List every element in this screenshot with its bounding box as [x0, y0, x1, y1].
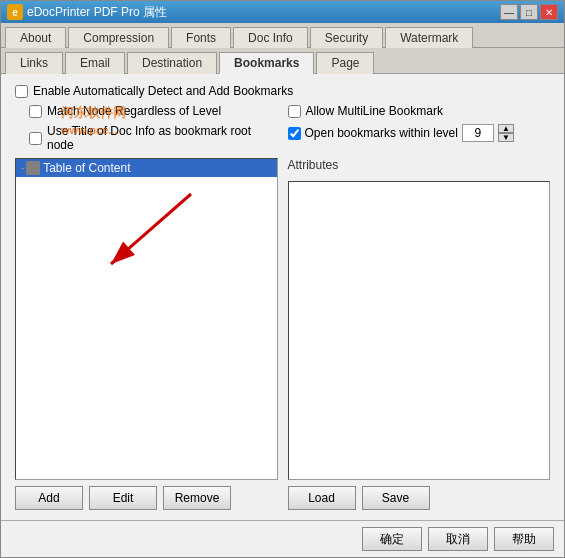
content-area: 河东软件网www.pce... Enable Automatically Det…: [1, 74, 564, 520]
use-title-row: Use Title of Doc Info as bookmark root n…: [29, 124, 278, 152]
tab-page[interactable]: Page: [316, 52, 374, 74]
tab-bookmarks[interactable]: Bookmarks: [219, 52, 314, 74]
tab-row-1: About Compression Fonts Doc Info Securit…: [1, 23, 564, 48]
spinner-up[interactable]: ▲: [498, 124, 514, 133]
add-button[interactable]: Add: [15, 486, 83, 510]
load-button[interactable]: Load: [288, 486, 356, 510]
attributes-box: [288, 181, 551, 480]
main-window: e eDocPrinter PDF Pro 属性 — □ ✕ About Com…: [0, 0, 565, 558]
use-title-label: Use Title of Doc Info as bookmark root n…: [47, 124, 278, 152]
left-panel: ···· Table of Content Ad: [15, 158, 278, 510]
right-panel: Attributes Load Save: [288, 158, 551, 510]
help-button[interactable]: 帮助: [494, 527, 554, 551]
bookmark-tree[interactable]: ···· Table of Content: [15, 158, 278, 480]
tab-compression[interactable]: Compression: [68, 27, 169, 48]
app-icon: e: [7, 4, 23, 20]
level-spinner: ▲ ▼: [498, 124, 514, 142]
level-input[interactable]: 9: [462, 124, 494, 142]
bookmark-action-buttons: Add Edit Remove: [15, 486, 278, 510]
enable-auto-checkbox[interactable]: [15, 85, 28, 98]
open-bookmarks-label: Open bookmarks within level: [305, 126, 458, 140]
tab-fonts[interactable]: Fonts: [171, 27, 231, 48]
allow-multiline-label: Allow MultiLine Bookmark: [306, 104, 443, 118]
load-save-buttons: Load Save: [288, 486, 551, 510]
right-options-2: Open bookmarks within level 9 ▲ ▼: [288, 124, 551, 152]
enable-auto-label: Enable Automatically Detect and Add Book…: [33, 84, 293, 98]
left-options-2: Use Title of Doc Info as bookmark root n…: [15, 124, 278, 152]
footer: 确定 取消 帮助: [1, 520, 564, 557]
open-bookmarks-checkbox[interactable]: [288, 127, 301, 140]
options-row: Match Node Regardless of Level Allow Mul…: [15, 104, 550, 118]
titlebar: e eDocPrinter PDF Pro 属性 — □ ✕: [1, 1, 564, 23]
edit-button[interactable]: Edit: [89, 486, 157, 510]
close-button[interactable]: ✕: [540, 4, 558, 20]
cancel-button[interactable]: 取消: [428, 527, 488, 551]
tab-security[interactable]: Security: [310, 27, 383, 48]
allow-multiline-checkbox[interactable]: [288, 105, 301, 118]
window-title: eDocPrinter PDF Pro 属性: [27, 4, 167, 21]
remove-button[interactable]: Remove: [163, 486, 231, 510]
options-row-2: Use Title of Doc Info as bookmark root n…: [15, 124, 550, 152]
enable-auto-row: Enable Automatically Detect and Add Book…: [15, 84, 550, 98]
main-columns: ···· Table of Content Ad: [15, 158, 550, 510]
minimize-button[interactable]: —: [500, 4, 518, 20]
tab-doc-info[interactable]: Doc Info: [233, 27, 308, 48]
right-options: Allow MultiLine Bookmark: [288, 104, 551, 118]
tab-links[interactable]: Links: [5, 52, 63, 74]
save-button[interactable]: Save: [362, 486, 430, 510]
bookmark-folder-icon: [26, 161, 40, 175]
tab-about[interactable]: About: [5, 27, 66, 48]
maximize-button[interactable]: □: [520, 4, 538, 20]
use-title-checkbox[interactable]: [29, 132, 42, 145]
spinner-down[interactable]: ▼: [498, 133, 514, 142]
titlebar-left: e eDocPrinter PDF Pro 属性: [7, 4, 167, 21]
match-node-row: Match Node Regardless of Level: [29, 104, 278, 118]
tab-email[interactable]: Email: [65, 52, 125, 74]
match-node-checkbox[interactable]: [29, 105, 42, 118]
tab-destination[interactable]: Destination: [127, 52, 217, 74]
bookmark-item-label: Table of Content: [43, 161, 130, 175]
attributes-label: Attributes: [288, 158, 551, 172]
titlebar-controls: — □ ✕: [500, 4, 558, 20]
allow-multiline-row: Allow MultiLine Bookmark: [288, 104, 551, 118]
open-bookmarks-row: Open bookmarks within level 9 ▲ ▼: [288, 124, 551, 142]
left-options: Match Node Regardless of Level: [15, 104, 278, 118]
tab-watermark[interactable]: Watermark: [385, 27, 473, 48]
tree-dots: ····: [20, 163, 23, 174]
ok-button[interactable]: 确定: [362, 527, 422, 551]
tab-row-2: Links Email Destination Bookmarks Page: [1, 48, 564, 74]
match-node-label: Match Node Regardless of Level: [47, 104, 221, 118]
bookmark-item-table-of-content[interactable]: ···· Table of Content: [16, 159, 277, 177]
